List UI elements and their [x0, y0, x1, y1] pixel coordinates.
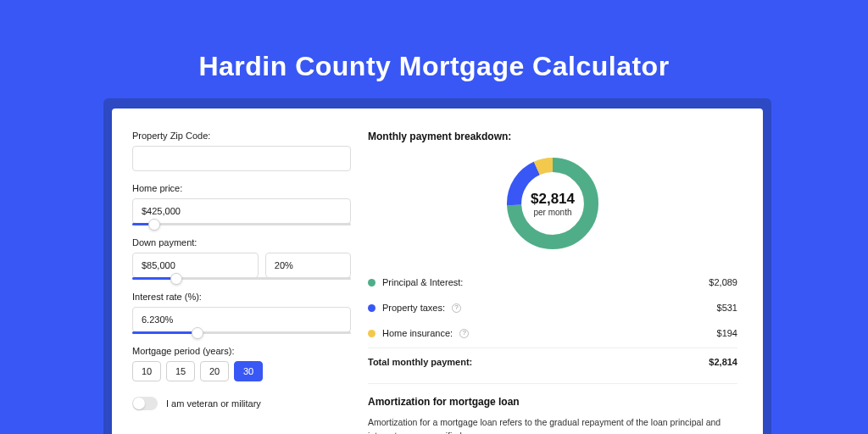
- legend-row: Principal & Interest:$2,089: [368, 270, 737, 295]
- amortization-text: Amortization for a mortgage loan refers …: [368, 416, 737, 434]
- down-payment-amount-input[interactable]: [132, 253, 259, 278]
- home-price-input[interactable]: [132, 198, 351, 224]
- results-panel: Monthly payment breakdown: $2,814 per mo…: [368, 131, 737, 434]
- home-price-slider[interactable]: [132, 223, 351, 225]
- amortization-title: Amortization for mortgage loan: [368, 396, 737, 408]
- down-payment-percent-input[interactable]: [265, 253, 351, 278]
- total-label: Total monthly payment:: [368, 357, 472, 367]
- down-payment-slider[interactable]: [132, 277, 351, 280]
- period-option-10[interactable]: 10: [132, 361, 161, 381]
- legend-label: Property taxes:: [382, 303, 445, 313]
- home-price-label: Home price:: [132, 183, 351, 193]
- amortization-section: Amortization for mortgage loan Amortizat…: [368, 383, 737, 434]
- page-root: Hardin County Mortgage Calculator Proper…: [0, 0, 868, 434]
- veteran-toggle[interactable]: [132, 397, 158, 410]
- interest-label: Interest rate (%):: [132, 292, 351, 302]
- form-panel: Property Zip Code: Home price: Down paym…: [132, 131, 351, 434]
- info-icon[interactable]: ?: [459, 329, 469, 338]
- zip-label: Property Zip Code:: [132, 131, 351, 141]
- slider-thumb[interactable]: [170, 273, 182, 285]
- donut-sub: per month: [533, 208, 571, 217]
- zip-input[interactable]: [132, 146, 351, 171]
- legend-label: Home insurance:: [382, 328, 453, 338]
- breakdown-title: Monthly payment breakdown:: [368, 131, 737, 142]
- period-label: Mortgage period (years):: [132, 346, 351, 356]
- legend-dot-icon: [368, 304, 376, 312]
- veteran-row: I am veteran or military: [132, 397, 351, 410]
- period-field: Mortgage period (years): 10152030: [132, 346, 351, 381]
- legend-value: $2,089: [709, 277, 737, 287]
- down-payment-label: Down payment:: [132, 237, 351, 248]
- breakdown-legend: Principal & Interest:$2,089Property taxe…: [368, 270, 737, 346]
- page-title: Hardin County Mortgage Calculator: [0, 0, 868, 82]
- period-option-15[interactable]: 15: [166, 361, 195, 381]
- legend-dot-icon: [368, 330, 376, 337]
- zip-field: Property Zip Code:: [132, 131, 351, 171]
- donut-value: $2,814: [531, 191, 575, 208]
- legend-row: Home insurance:?$194: [368, 320, 737, 346]
- slider-thumb[interactable]: [192, 327, 203, 339]
- interest-field: Interest rate (%):: [132, 292, 351, 334]
- interest-slider[interactable]: [132, 331, 351, 334]
- slider-thumb[interactable]: [148, 219, 160, 231]
- donut-chart-wrap: $2,814 per month: [368, 153, 737, 254]
- legend-label: Principal & Interest:: [382, 277, 463, 287]
- legend-dot-icon: [368, 279, 376, 287]
- period-options: 10152030: [132, 361, 351, 381]
- toggle-knob: [133, 398, 145, 409]
- total-row: Total monthly payment: $2,814: [368, 348, 737, 375]
- calculator-card: Property Zip Code: Home price: Down paym…: [112, 108, 763, 434]
- donut-chart: $2,814 per month: [502, 153, 604, 254]
- period-option-20[interactable]: 20: [200, 361, 229, 381]
- veteran-label: I am veteran or military: [166, 398, 261, 409]
- legend-value: $531: [717, 303, 737, 313]
- legend-row: Property taxes:?$531: [368, 295, 737, 320]
- period-option-30[interactable]: 30: [234, 361, 263, 381]
- legend-value: $194: [717, 328, 737, 338]
- down-payment-field: Down payment:: [132, 237, 351, 280]
- home-price-field: Home price:: [132, 183, 351, 225]
- total-value: $2,814: [709, 357, 737, 367]
- info-icon[interactable]: ?: [452, 303, 461, 313]
- interest-input[interactable]: [132, 307, 351, 332]
